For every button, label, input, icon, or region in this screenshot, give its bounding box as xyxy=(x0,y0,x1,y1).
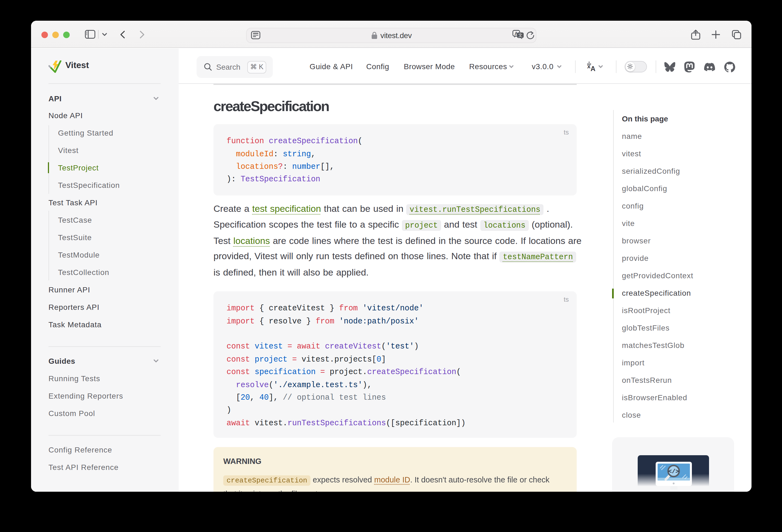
svg-text:文: 文 xyxy=(518,33,522,38)
svg-text:A: A xyxy=(590,65,595,72)
svg-text:</>: </> xyxy=(668,468,679,475)
